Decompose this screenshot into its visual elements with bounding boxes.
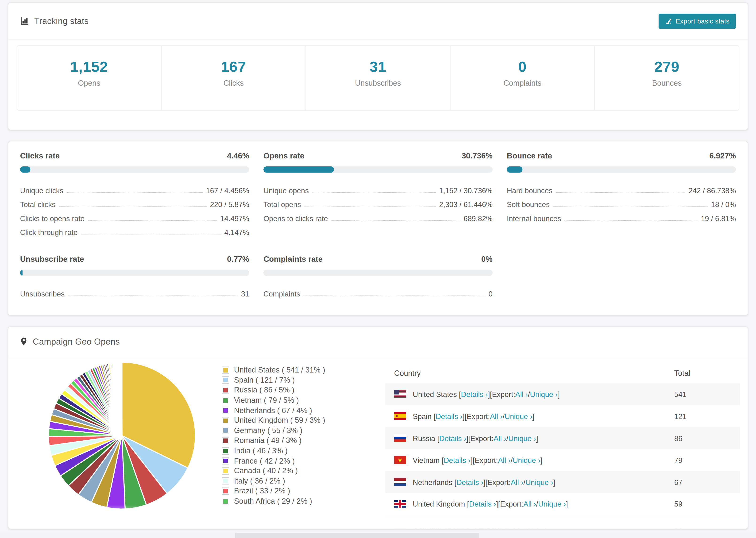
legend-item[interactable]: India ( 46 / 3% ) — [222, 446, 325, 456]
legend-swatch — [222, 387, 229, 394]
export-all-link[interactable]: All › — [515, 390, 528, 398]
export-all-link[interactable]: All › — [523, 500, 536, 508]
export-all-link[interactable]: All › — [490, 412, 503, 420]
rate-value: 6.927% — [709, 152, 736, 161]
export-unique-link[interactable]: Unique › — [513, 456, 540, 464]
legend-item[interactable]: United Kingdom ( 59 / 3% ) — [222, 415, 325, 426]
rate-detail-row: Complaints0 — [263, 284, 493, 297]
total-cell: 55 — [674, 522, 740, 529]
export-unique-link[interactable]: Unique › — [516, 522, 544, 529]
export-unique-link[interactable]: Unique › — [508, 434, 536, 442]
rate-detail-label: Opens to clicks rate — [263, 214, 328, 222]
rate-detail-label: Total opens — [263, 200, 301, 208]
legend-item[interactable]: Canada ( 40 / 2% ) — [222, 466, 325, 476]
bracket: ] — [470, 456, 473, 464]
legend-item[interactable]: Spain ( 121 / 7% ) — [222, 375, 325, 385]
column-header-country: Country — [385, 369, 674, 378]
country-cell: Netherlands [Details ›] [Export: All › /… — [385, 478, 674, 486]
bracket: ] — [466, 434, 468, 442]
export-unique-link[interactable]: Unique › — [530, 390, 558, 398]
legend-swatch — [222, 477, 229, 485]
rate-progressbar-fill — [20, 166, 30, 173]
legend-item[interactable]: Russia ( 86 / 5% ) — [222, 385, 325, 395]
legend-label: Vietnam ( 79 / 5% ) — [234, 396, 299, 405]
legend-label: India ( 46 / 3% ) — [234, 447, 288, 456]
details-link[interactable]: Details › — [439, 434, 466, 442]
details-link[interactable]: Details › — [469, 500, 496, 508]
details-link[interactable]: Details › — [436, 412, 463, 420]
bracket: [ — [453, 478, 457, 486]
details-link[interactable]: Details › — [457, 478, 483, 486]
export-all-link[interactable]: All › — [494, 434, 506, 442]
rate-detail-value: 242 / 86.738% — [689, 186, 736, 194]
stat-label: Clicks — [162, 79, 305, 87]
horizontal-scrollbar-thumb[interactable] — [235, 533, 479, 538]
bracket: [ — [435, 434, 439, 442]
country-name: Germany — [413, 522, 443, 529]
slash: / — [503, 412, 505, 420]
rate-detail-row: Unique opens1,152 / 30.736% — [263, 181, 493, 194]
legend-label: South Africa ( 29 / 2% ) — [234, 497, 312, 506]
rate-block: Unsubscribe rate0.77%Unsubscribes31 — [20, 255, 249, 297]
rate-detail-value: 31 — [241, 290, 249, 297]
export-basic-stats-button[interactable]: Export basic stats — [659, 13, 736, 28]
legend-item[interactable]: Germany ( 55 / 3% ) — [222, 426, 325, 436]
rate-detail-value: 2,303 / 61.446% — [439, 200, 493, 208]
legend-item[interactable]: Italy ( 36 / 2% ) — [222, 476, 325, 486]
rate-detail-list: Unsubscribes31 — [20, 284, 249, 297]
total-cell: 59 — [674, 500, 740, 508]
dotted-leader — [312, 192, 436, 192]
legend-item[interactable]: Vietnam ( 79 / 5% ) — [222, 395, 325, 405]
rate-detail-value: 4.147% — [224, 228, 249, 236]
legend-label: Brazil ( 33 / 2% ) — [234, 487, 290, 496]
legend-item[interactable]: South Africa ( 29 / 2% ) — [222, 496, 325, 506]
details-link[interactable]: Details › — [461, 390, 488, 398]
country-cell: United States [Details ›] [Export: All ›… — [385, 390, 674, 398]
rate-detail-label: Complaints — [263, 290, 300, 297]
pie-slice-small[interactable] — [122, 362, 122, 436]
dashboard-viewport: Tracking stats Export basic stats 1,152O… — [0, 2, 756, 538]
legend-item[interactable]: United States ( 541 / 31% ) — [222, 365, 325, 375]
details-link[interactable]: Details › — [444, 456, 471, 464]
rate-progressbar — [20, 166, 249, 173]
bracket: ] — [474, 522, 476, 529]
slash: / — [523, 478, 525, 486]
table-row-es: Spain [Details ›] [Export: All › / Uniqu… — [385, 405, 740, 427]
bracket: ] — [532, 412, 535, 420]
geo-header: Campaign Geo Opens — [8, 327, 747, 357]
rate-detail-label: Click through rate — [20, 228, 78, 236]
export-all-link[interactable]: All › — [511, 478, 523, 486]
total-cell: 79 — [674, 456, 740, 464]
bracket: ] — [536, 434, 538, 442]
stat-label: Bounces — [595, 79, 739, 87]
legend-swatch — [222, 417, 229, 424]
gb-flag-icon — [394, 500, 406, 508]
legend-item[interactable]: Netherlands ( 67 / 4% ) — [222, 405, 325, 415]
legend-swatch — [222, 447, 229, 455]
export-unique-link[interactable]: Unique › — [525, 478, 553, 486]
dotted-leader — [304, 206, 436, 207]
export-prefix: [Export: — [486, 478, 511, 486]
details-link[interactable]: Details › — [447, 522, 474, 529]
dotted-leader — [553, 206, 708, 207]
export-all-link[interactable]: All › — [498, 456, 511, 464]
export-prefix: [Export: — [498, 500, 523, 508]
export-unique-link[interactable]: Unique › — [538, 500, 566, 508]
legend-item[interactable]: France ( 42 / 2% ) — [222, 456, 325, 466]
export-unique-link[interactable]: Unique › — [505, 412, 532, 420]
legend-item[interactable]: Romania ( 49 / 3% ) — [222, 436, 325, 446]
page-title: Tracking stats — [34, 16, 89, 26]
rate-progressbar — [263, 270, 493, 276]
bracket: ] — [558, 390, 560, 398]
legend-label: Netherlands ( 67 / 4% ) — [234, 406, 312, 415]
column-header-total: Total — [674, 369, 740, 378]
rate-title: Unsubscribe rate — [20, 255, 84, 264]
pie-legend: United States ( 541 / 31% )Spain ( 121 /… — [222, 365, 325, 506]
legend-swatch — [222, 437, 229, 444]
legend-item[interactable]: Brazil ( 33 / 2% ) — [222, 486, 325, 496]
bracket: ] — [496, 500, 498, 508]
rate-detail-row: Click through rate4.147% — [20, 222, 249, 236]
export-all-link[interactable]: All › — [501, 522, 514, 529]
table-row-de: Germany [Details ›] [Export: All › / Uni… — [385, 515, 740, 529]
table-row-nl: Netherlands [Details ›] [Export: All › /… — [385, 471, 740, 493]
